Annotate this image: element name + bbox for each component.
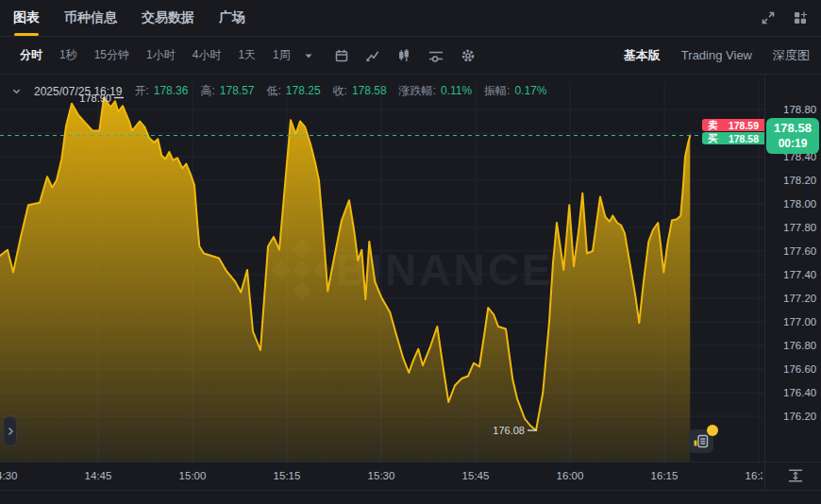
ohlc-infobar: 2025/07/25 16:19 开:178.36 高:178.57 低:178… (11, 83, 546, 99)
svg-text:176.08: 176.08 (493, 425, 525, 436)
timeframe-1w[interactable]: 1周 (264, 47, 299, 63)
timeframe-4h[interactable]: 4小时 (184, 47, 230, 63)
mode-basic[interactable]: 基本版 (624, 47, 661, 64)
timeframe-1s[interactable]: 1秒 (51, 47, 86, 63)
panel-expand-handle[interactable] (3, 416, 17, 446)
tab-square[interactable]: 广场 (219, 0, 245, 36)
chevron-down-icon[interactable] (303, 50, 314, 61)
candlestick-icon[interactable] (396, 48, 411, 63)
calendar-icon[interactable] (334, 48, 349, 63)
topbar: 图表 币种信息 交易数据 广场 (0, 0, 821, 37)
y-tick: 177.00 (783, 316, 816, 328)
y-tick: 176.80 (783, 340, 816, 351)
x-axis-labels[interactable]: 14:3014:4515:0015:1515:3015:4516:0016:15… (0, 470, 772, 481)
ohlc-open: 开:178.36 (134, 83, 188, 99)
x-tick: 15:30 (368, 470, 395, 481)
y-tick: 178.00 (783, 198, 816, 210)
candle-datetime: 2025/07/25 16:19 (34, 85, 122, 98)
timeframe-1h[interactable]: 1小时 (138, 47, 184, 63)
settings-gear-icon[interactable] (461, 48, 476, 63)
y-tick: 178.20 (783, 175, 816, 186)
notification-dot (707, 425, 718, 436)
y-tick: 176.60 (783, 363, 816, 375)
x-tick: 15:15 (274, 470, 301, 481)
chart-region: BINANCE178.90176.08178.80178.60178.40178… (0, 75, 821, 503)
change-percent: 涨跌幅:0.11% (399, 83, 472, 99)
y-tick: 177.60 (783, 245, 816, 257)
ask-badge: 卖178.59 (702, 119, 764, 131)
main-tabs: 图表 币种信息 交易数据 广场 (13, 0, 245, 36)
collapse-chevron-icon[interactable] (11, 86, 22, 96)
tab-coin-info[interactable]: 币种信息 (64, 0, 117, 36)
candle-countdown: 00:19 (779, 137, 808, 151)
layout-grid-icon[interactable] (793, 10, 808, 25)
amplitude-percent: 振幅:0.17% (484, 83, 546, 99)
x-tick: 16:15 (651, 470, 679, 481)
tab-chart[interactable]: 图表 (13, 0, 40, 36)
x-tick: 14:45 (85, 470, 112, 481)
x-tick: 16:30 (746, 470, 773, 481)
timeframe-1d[interactable]: 1天 (229, 47, 264, 63)
x-tick: 14:30 (0, 470, 17, 481)
y-tick: 177.20 (783, 293, 816, 304)
line-chart-icon[interactable] (365, 48, 380, 63)
bid-ask-badges: 卖178.59 买178.58 (702, 119, 764, 145)
timeframe-fenshi[interactable]: 分时 (11, 47, 51, 63)
indicators-icon[interactable] (427, 48, 444, 63)
y-tick: 177.40 (783, 269, 816, 280)
area-fill (0, 98, 690, 462)
x-tick: 16:00 (557, 470, 584, 481)
chart-toolbar: 分时 1秒 15分钟 1小时 4小时 1天 1周 基本版 T (0, 37, 821, 75)
last-price-badge: 178.58 00:19 (766, 118, 819, 154)
axis-scale-icon[interactable] (786, 466, 805, 485)
expand-icon[interactable] (761, 10, 776, 25)
ohlc-high: 高:178.57 (200, 83, 254, 99)
tab-trading-data[interactable]: 交易数据 (142, 0, 194, 36)
y-tick: 177.80 (783, 222, 816, 233)
mode-tradingview[interactable]: Trading View (681, 48, 752, 62)
ohlc-close: 收:178.58 (333, 83, 387, 99)
y-tick: 176.40 (783, 387, 816, 398)
timeframe-15m[interactable]: 15分钟 (86, 47, 138, 63)
order-panel-toggle-button[interactable] (688, 429, 713, 453)
bid-badge: 买178.58 (702, 132, 764, 144)
y-tick: 176.20 (783, 411, 816, 422)
last-price: 178.58 (774, 121, 812, 136)
x-tick: 15:00 (179, 470, 207, 481)
mode-depth[interactable]: 深度图 (773, 47, 810, 64)
y-tick: 178.80 (783, 104, 816, 115)
x-tick: 15:45 (462, 470, 490, 481)
ohlc-low: 低:178.25 (267, 83, 321, 99)
